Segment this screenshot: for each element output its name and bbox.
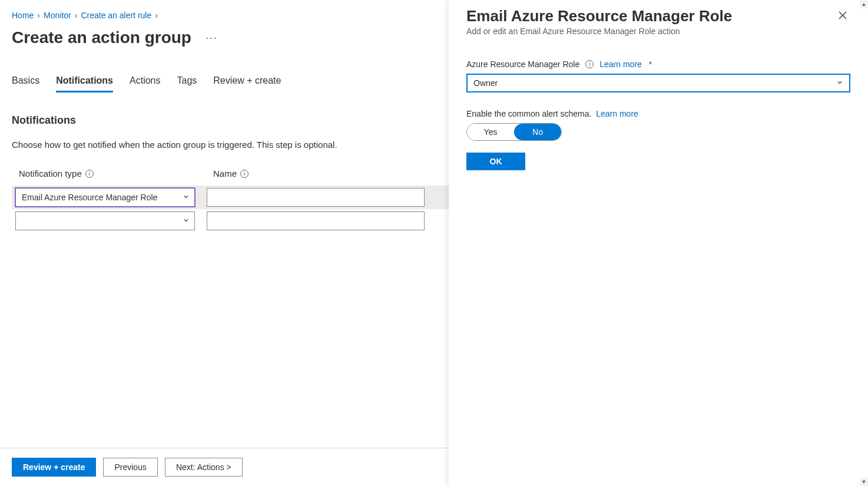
chevron-down-icon	[836, 78, 843, 88]
tab-tags[interactable]: Tags	[177, 75, 197, 92]
notification-name-input[interactable]	[207, 211, 425, 230]
section-description: Choose how to get notified when the acti…	[12, 140, 424, 150]
role-dropdown-value: Owner	[473, 78, 498, 88]
tab-basics[interactable]: Basics	[12, 75, 39, 92]
required-indicator: *	[649, 59, 652, 69]
chevron-down-icon	[183, 216, 190, 226]
chevron-right-icon: ›	[155, 11, 158, 20]
header-name-label: Name	[213, 168, 237, 178]
ok-button[interactable]: OK	[466, 153, 525, 170]
header-notification-type: Notification type i	[19, 168, 201, 178]
toggle-yes[interactable]: Yes	[467, 124, 514, 140]
info-icon[interactable]: i	[585, 60, 594, 68]
previous-button[interactable]: Previous	[103, 458, 157, 477]
role-dropdown[interactable]: Owner	[466, 74, 850, 92]
scroll-up-icon[interactable]: ▲	[860, 0, 868, 8]
breadcrumb-home[interactable]: Home	[12, 11, 34, 20]
schema-label-text: Enable the common alert schema.	[466, 109, 591, 118]
schema-field-label: Enable the common alert schema. Learn mo…	[466, 109, 850, 118]
chevron-right-icon: ›	[37, 11, 40, 20]
page-title: Create an action group	[12, 28, 191, 47]
header-notification-type-label: Notification type	[19, 168, 82, 178]
learn-more-link[interactable]: Learn more	[599, 59, 642, 69]
more-icon[interactable]: ···	[203, 30, 220, 45]
learn-more-link[interactable]: Learn more	[596, 109, 638, 118]
tab-notifications[interactable]: Notifications	[56, 75, 113, 92]
close-icon[interactable]	[835, 7, 850, 25]
info-icon[interactable]: i	[240, 170, 249, 178]
header-name: Name i	[213, 168, 431, 178]
notification-name-input[interactable]	[207, 188, 425, 207]
tab-review-create[interactable]: Review + create	[213, 75, 281, 92]
chevron-right-icon: ›	[75, 11, 78, 20]
panel-title: Email Azure Resource Manager Role	[466, 7, 732, 25]
role-label-text: Azure Resource Manager Role	[466, 59, 579, 69]
side-panel: Email Azure Resource Manager Role Add or…	[449, 0, 868, 486]
role-field-label: Azure Resource Manager Role i Learn more…	[466, 59, 850, 69]
next-actions-button[interactable]: Next: Actions >	[165, 458, 243, 477]
notification-type-value: Email Azure Resource Manager Role	[22, 193, 157, 202]
role-field: Azure Resource Manager Role i Learn more…	[466, 59, 850, 92]
schema-toggle: Yes No	[466, 123, 562, 141]
chevron-down-icon	[183, 193, 190, 202]
notification-type-select[interactable]	[15, 211, 195, 230]
panel-subtitle: Add or edit an Email Azure Resource Mana…	[466, 27, 732, 36]
info-icon[interactable]: i	[85, 170, 94, 178]
scroll-down-icon[interactable]: ▼	[860, 478, 868, 486]
breadcrumb-create-alert-rule[interactable]: Create an alert rule	[81, 11, 151, 20]
tab-actions[interactable]: Actions	[130, 75, 160, 92]
breadcrumb-monitor[interactable]: Monitor	[44, 11, 71, 20]
review-create-button[interactable]: Review + create	[12, 458, 96, 477]
panel-header: Email Azure Resource Manager Role Add or…	[466, 7, 850, 36]
notification-type-select[interactable]: Email Azure Resource Manager Role	[15, 188, 195, 207]
toggle-no[interactable]: No	[514, 124, 561, 140]
